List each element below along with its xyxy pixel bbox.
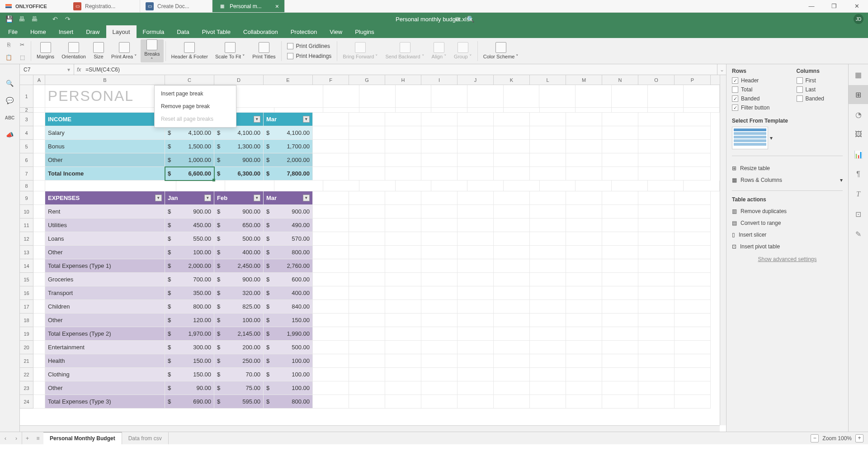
doc-tab-personal[interactable]: ▦Personal m...× bbox=[212, 0, 285, 12]
col-header[interactable]: L bbox=[530, 75, 566, 85]
remove-page-break[interactable]: Remove page break bbox=[155, 100, 236, 113]
print-titles-button[interactable]: Print Titles bbox=[249, 42, 279, 59]
minimize-button[interactable]: — bbox=[800, 0, 823, 12]
header-footer-button[interactable]: Header & Footer bbox=[168, 42, 212, 59]
formula-input[interactable]: =SUM(C4:C6) bbox=[84, 67, 717, 73]
sheet-prev[interactable]: ‹ bbox=[0, 432, 11, 444]
doc-tab-registration[interactable]: ▭Registratio... bbox=[68, 0, 140, 12]
col-header[interactable]: O bbox=[638, 75, 675, 85]
close-button[interactable]: ✕ bbox=[845, 0, 868, 12]
scale-to-fit-button[interactable]: Scale To Fit ˅ bbox=[212, 42, 249, 59]
rows-columns-button[interactable]: ▦Rows & Columns▾ bbox=[732, 174, 843, 186]
col-header[interactable]: P bbox=[675, 75, 711, 85]
menu-insert[interactable]: Insert bbox=[52, 25, 80, 38]
col-header[interactable]: A bbox=[33, 75, 45, 85]
col-header[interactable]: C bbox=[165, 75, 214, 85]
pivot-settings-icon[interactable]: ⊡ bbox=[849, 204, 868, 223]
select-all-icon[interactable]: ⬚ bbox=[17, 52, 27, 62]
user-avatar[interactable]: JD bbox=[854, 14, 863, 24]
insert-slicer-button[interactable]: ▯Insert slicer bbox=[732, 229, 843, 241]
print-area-button[interactable]: Print Area ˅ bbox=[108, 42, 141, 59]
print-icon[interactable]: 🖶 bbox=[15, 14, 28, 24]
menu-formula[interactable]: Formula bbox=[137, 25, 171, 38]
insert-pivot-button[interactable]: ⊡Insert pivot table bbox=[732, 241, 843, 252]
menu-data[interactable]: Data bbox=[170, 25, 195, 38]
advanced-settings-link[interactable]: Show advanced settings bbox=[732, 252, 843, 266]
col-header[interactable]: M bbox=[566, 75, 602, 85]
remove-duplicates-button[interactable]: ▥Remove duplicates bbox=[732, 205, 843, 217]
col-header[interactable]: J bbox=[458, 75, 494, 85]
menu-collaboration[interactable]: Collaboration bbox=[237, 25, 284, 38]
copy-icon[interactable]: ⎘ bbox=[4, 40, 14, 50]
vertical-scrollbar[interactable] bbox=[720, 75, 726, 425]
doc-tab-create-doc[interactable]: ▭Create Doc... bbox=[140, 0, 212, 12]
col-header[interactable]: K bbox=[494, 75, 530, 85]
first-col-checkbox[interactable]: First bbox=[797, 76, 843, 85]
sheet-tab-active[interactable]: Personal Monthly Budget bbox=[43, 432, 122, 444]
banded-rows-checkbox[interactable]: ✓Banded bbox=[732, 94, 778, 103]
print-gridlines-checkbox[interactable]: Print Gridlines bbox=[287, 42, 332, 50]
col-header[interactable]: N bbox=[602, 75, 638, 85]
select-all-corner[interactable] bbox=[20, 75, 33, 85]
margins-button[interactable]: Margins bbox=[33, 42, 58, 59]
spreadsheet-grid[interactable]: A B C D E F G H I J K L M N O P 1PERSONA… bbox=[20, 75, 726, 432]
col-header[interactable]: B bbox=[45, 75, 165, 85]
print-headings-checkbox[interactable]: Print Headings bbox=[287, 52, 332, 60]
orientation-button[interactable]: Orientation bbox=[58, 42, 90, 59]
menu-plugins[interactable]: Plugins bbox=[349, 25, 381, 38]
last-col-checkbox[interactable]: Last bbox=[797, 85, 843, 94]
col-header[interactable]: H bbox=[385, 75, 421, 85]
paragraph-icon[interactable]: ¶ bbox=[849, 165, 868, 184]
send-backward-button[interactable]: Send Backward ˅ bbox=[382, 42, 428, 59]
header-checkbox[interactable]: ✓Header bbox=[732, 76, 778, 85]
convert-to-range-button[interactable]: ▤Convert to range bbox=[732, 217, 843, 229]
maximize-button[interactable]: ❐ bbox=[823, 0, 845, 12]
group-button[interactable]: Group ˅ bbox=[450, 42, 476, 59]
name-box[interactable]: C7▾ bbox=[20, 64, 74, 75]
save-icon[interactable]: 💾 bbox=[3, 14, 15, 24]
menu-home[interactable]: Home bbox=[24, 25, 52, 38]
sheet-tab-csv[interactable]: Data from csv bbox=[122, 432, 169, 444]
comments-icon[interactable]: 💬 bbox=[5, 95, 15, 106]
expand-formula-icon[interactable]: ⌄ bbox=[717, 64, 726, 75]
cell-settings-icon[interactable]: ▦ bbox=[849, 65, 868, 84]
col-header[interactable]: D bbox=[214, 75, 264, 85]
chevron-down-icon[interactable]: ▾ bbox=[770, 135, 773, 141]
zoom-in-button[interactable]: + bbox=[855, 434, 863, 442]
spellcheck-icon[interactable]: ABC bbox=[5, 112, 15, 123]
template-preview[interactable] bbox=[732, 127, 768, 149]
add-sheet-button[interactable]: + bbox=[22, 432, 33, 444]
size-button[interactable]: Size bbox=[90, 42, 108, 59]
col-header[interactable]: F bbox=[313, 75, 349, 85]
menu-draw[interactable]: Draw bbox=[80, 25, 106, 38]
close-icon[interactable]: × bbox=[275, 3, 279, 10]
shape-settings-icon[interactable]: ◔ bbox=[849, 105, 868, 124]
chart-settings-icon[interactable]: 📊 bbox=[849, 145, 868, 164]
quick-print-icon[interactable]: 🖶 bbox=[28, 14, 41, 24]
col-header[interactable]: G bbox=[349, 75, 385, 85]
col-header[interactable]: I bbox=[421, 75, 458, 85]
table-settings-icon[interactable]: ⊞ bbox=[849, 85, 868, 104]
total-checkbox[interactable]: Total bbox=[732, 85, 778, 94]
menu-protection[interactable]: Protection bbox=[284, 25, 324, 38]
paste-icon[interactable]: 📋 bbox=[4, 52, 14, 62]
horizontal-scrollbar[interactable] bbox=[20, 425, 720, 432]
reset-page-breaks[interactable]: Reset all page breaks bbox=[155, 113, 236, 125]
redo-icon[interactable]: ↷ bbox=[61, 14, 74, 24]
menu-view[interactable]: View bbox=[323, 25, 349, 38]
menu-file[interactable]: File bbox=[2, 25, 24, 38]
insert-page-break[interactable]: Insert page break bbox=[155, 87, 236, 100]
undo-icon[interactable]: ↶ bbox=[49, 14, 61, 24]
breaks-button[interactable]: Breaks˄ bbox=[141, 39, 163, 62]
resize-table-button[interactable]: ⊞Resize table bbox=[732, 162, 843, 174]
sheet-next[interactable]: › bbox=[11, 432, 22, 444]
find-icon[interactable]: 🔍 bbox=[5, 78, 15, 89]
textart-icon[interactable]: T bbox=[849, 185, 868, 204]
menu-pivot[interactable]: Pivot Table bbox=[196, 25, 237, 38]
bring-forward-button[interactable]: Bring Forward ˅ bbox=[339, 42, 382, 59]
zoom-out-button[interactable]: − bbox=[811, 434, 819, 442]
banded-cols-checkbox[interactable]: Banded bbox=[797, 94, 843, 103]
cut-icon[interactable]: ✂ bbox=[17, 40, 27, 50]
image-settings-icon[interactable]: 🖼 bbox=[849, 125, 868, 144]
menu-layout[interactable]: Layout bbox=[106, 25, 137, 38]
